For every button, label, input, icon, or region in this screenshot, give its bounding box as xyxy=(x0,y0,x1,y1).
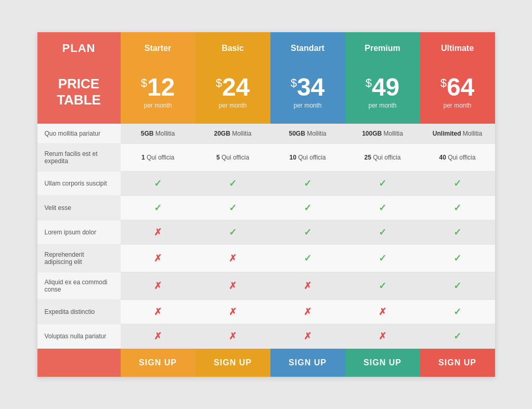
header-plan-cell: PLAN xyxy=(37,32,121,64)
ultimate-label: Ultimate xyxy=(441,44,474,53)
feature-value-5-2: ✓ xyxy=(270,245,345,272)
feature-value-2-1: ✓ xyxy=(196,171,270,196)
ultimate-period: per month xyxy=(443,102,471,109)
feature-value-6-4: ✓ xyxy=(420,272,495,300)
check-icon: ✓ xyxy=(229,202,237,214)
ultimate-price: $64 xyxy=(440,75,475,100)
feature-value-3-0: ✓ xyxy=(121,196,196,220)
feature-value-4-2: ✓ xyxy=(270,220,345,245)
header-premium: Premium xyxy=(345,32,420,64)
standart-label: Standart xyxy=(291,44,325,53)
header-starter: Starter xyxy=(121,32,196,64)
signup-starter-text: SIGN UP xyxy=(139,358,177,367)
feature-value-2-3: ✓ xyxy=(345,171,420,196)
feature-value-5-4: ✓ xyxy=(420,245,495,272)
feature-value-5-1: ✗ xyxy=(196,245,270,272)
signup-standart-button[interactable]: SIGN UP xyxy=(270,349,345,377)
check-icon: ✓ xyxy=(304,178,312,189)
feature-value-7-3: ✗ xyxy=(345,300,420,324)
feature-value-2-4: ✓ xyxy=(420,171,495,196)
feature-value-3-4: ✓ xyxy=(420,196,495,220)
signup-premium-button[interactable]: SIGN UP xyxy=(345,349,420,377)
check-icon: ✓ xyxy=(154,178,162,189)
price-table-title: PRICE TABLE xyxy=(57,76,101,108)
feature-value-3-2: ✓ xyxy=(270,196,345,220)
header-ultimate: Ultimate xyxy=(420,32,495,64)
table-grid: PLAN Starter Basic Standart Premium Ulti… xyxy=(37,32,495,377)
price-standart: $34 per month xyxy=(270,64,345,124)
cross-icon: ✗ xyxy=(304,306,312,318)
check-icon: ✓ xyxy=(304,227,312,238)
feature-value-6-2: ✗ xyxy=(270,272,345,300)
check-icon: ✓ xyxy=(379,280,386,292)
feature-value-4-0: ✗ xyxy=(121,220,196,245)
basic-period: per month xyxy=(218,102,246,109)
feature-value-8-4: ✓ xyxy=(420,324,495,349)
feature-value-8-3: ✗ xyxy=(345,324,420,349)
cross-icon: ✗ xyxy=(304,331,312,342)
standart-price: $34 xyxy=(291,75,325,100)
signup-label-cell xyxy=(37,349,121,377)
check-icon: ✓ xyxy=(379,178,386,189)
feature-value-8-0: ✗ xyxy=(121,324,196,349)
price-premium: $49 per month xyxy=(345,64,420,124)
feature-value-2-0: ✓ xyxy=(121,171,196,196)
feature-value-5-0: ✗ xyxy=(121,245,196,272)
check-icon: ✓ xyxy=(229,178,237,189)
check-icon: ✓ xyxy=(453,331,461,342)
check-icon: ✓ xyxy=(453,227,461,238)
feature-value-6-0: ✗ xyxy=(121,272,196,300)
cross-icon: ✗ xyxy=(154,306,162,318)
feature-value-0-0: 5GB Mollitia xyxy=(121,124,196,144)
cross-icon: ✗ xyxy=(229,331,237,342)
signup-basic-button[interactable]: SIGN UP xyxy=(196,349,270,377)
feature-label-5: Reprehenderit adipiscing elit xyxy=(37,245,121,272)
check-icon: ✓ xyxy=(453,280,461,292)
check-icon: ✓ xyxy=(379,253,386,264)
check-icon: ✓ xyxy=(229,227,237,238)
feature-label-0: Quo mollitia pariatur xyxy=(37,124,121,144)
signup-ultimate-text: SIGN UP xyxy=(438,358,476,367)
feature-value-0-4: Unlimited Mollitia xyxy=(420,124,495,144)
cross-icon: ✗ xyxy=(154,253,162,264)
cross-icon: ✗ xyxy=(154,280,162,292)
price-basic: $24 per month xyxy=(196,64,270,124)
feature-label-6: Aliquid ex ea commodi conse xyxy=(37,272,121,300)
premium-price: $49 xyxy=(366,75,400,100)
signup-standart-text: SIGN UP xyxy=(289,358,327,367)
feature-label-2: Ullam corporis suscipit xyxy=(37,171,121,196)
signup-premium-text: SIGN UP xyxy=(364,358,401,367)
cross-icon: ✗ xyxy=(379,331,386,342)
price-plan-cell: PRICE TABLE xyxy=(37,64,121,124)
check-icon: ✓ xyxy=(154,202,162,214)
check-icon: ✓ xyxy=(304,202,312,214)
feature-label-3: Velit esse xyxy=(37,196,121,220)
feature-value-7-4: ✓ xyxy=(420,300,495,324)
feature-value-4-4: ✓ xyxy=(420,220,495,245)
check-icon: ✓ xyxy=(453,178,461,189)
cross-icon: ✗ xyxy=(229,253,237,264)
basic-label: Basic xyxy=(222,44,244,53)
feature-value-2-2: ✓ xyxy=(270,171,345,196)
feature-value-3-1: ✓ xyxy=(196,196,270,220)
feature-value-5-3: ✓ xyxy=(345,245,420,272)
signup-ultimate-button[interactable]: SIGN UP xyxy=(420,349,495,377)
cross-icon: ✗ xyxy=(229,306,237,318)
feature-value-6-1: ✗ xyxy=(196,272,270,300)
standart-period: per month xyxy=(293,102,321,109)
check-icon: ✓ xyxy=(453,306,461,318)
price-ultimate: $64 per month xyxy=(420,64,495,124)
feature-value-7-0: ✗ xyxy=(121,300,196,324)
price-table: PLAN Starter Basic Standart Premium Ulti… xyxy=(37,32,495,377)
feature-label-8: Voluptas nulla pariatur xyxy=(37,324,121,349)
feature-value-1-2: 10 Qui officia xyxy=(270,144,345,171)
check-icon: ✓ xyxy=(453,202,461,214)
feature-value-0-1: 20GB Mollitia xyxy=(196,124,270,144)
feature-value-6-3: ✓ xyxy=(345,272,420,300)
feature-label-1: Rerum facilis est et expedita xyxy=(37,144,121,171)
premium-label: Premium xyxy=(365,44,400,53)
starter-label: Starter xyxy=(145,44,172,53)
feature-value-7-2: ✗ xyxy=(270,300,345,324)
feature-label-4: Lorem ipsum dolor xyxy=(37,220,121,245)
signup-starter-button[interactable]: SIGN UP xyxy=(121,349,196,377)
